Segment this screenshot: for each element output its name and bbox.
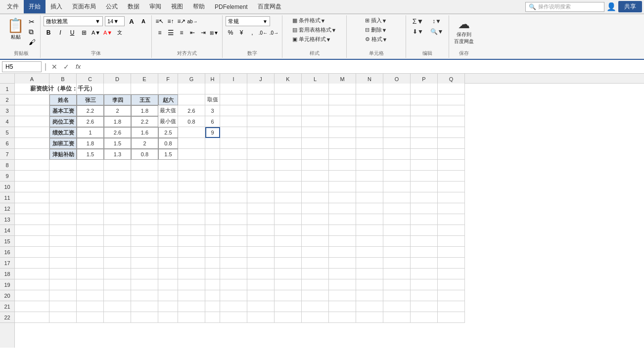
indent-left-button[interactable]: ⇤ xyxy=(187,28,197,38)
cell-H7[interactable] xyxy=(205,149,220,160)
insert-cells-button[interactable]: ⊞ 插入 ▼ xyxy=(363,16,389,25)
table-format-button[interactable]: ▤ 套用表格格式 ▼ xyxy=(290,26,339,34)
cell-H5[interactable]: 9 xyxy=(205,127,220,138)
cell-I15[interactable] xyxy=(220,236,247,247)
cell-J1[interactable] xyxy=(247,84,275,94)
col-header-I[interactable]: I xyxy=(220,74,247,85)
menu-file[interactable]: 文件 xyxy=(2,0,24,13)
cell-M14[interactable] xyxy=(329,225,356,236)
border-button[interactable]: ⊞ xyxy=(79,28,89,38)
cell-C18[interactable] xyxy=(77,269,104,279)
cell-I4[interactable] xyxy=(220,116,247,127)
align-right-button[interactable]: ≡ xyxy=(177,28,186,38)
cell-F11[interactable] xyxy=(158,192,178,203)
cell-H9[interactable] xyxy=(205,171,220,181)
cell-L21[interactable] xyxy=(302,301,329,312)
col-header-N[interactable]: N xyxy=(356,74,383,85)
cell-F7[interactable]: 1.5 xyxy=(158,149,178,160)
cell-F22[interactable] xyxy=(158,312,178,323)
confirm-formula-button[interactable]: ✓ xyxy=(61,62,71,72)
cell-M12[interactable] xyxy=(329,203,356,214)
row-header-20[interactable]: 20 xyxy=(0,290,14,301)
wrap-text-button[interactable]: ab→ xyxy=(187,16,197,26)
row-header-16[interactable]: 16 xyxy=(0,247,14,258)
cell-F19[interactable] xyxy=(158,279,178,290)
cell-B5[interactable]: 绩效工资 xyxy=(49,127,77,138)
insert-function-button[interactable]: fx xyxy=(73,62,83,72)
row-header-8[interactable]: 8 xyxy=(0,160,14,171)
cell-J21[interactable] xyxy=(247,301,275,312)
cut-button[interactable]: ✂ xyxy=(27,17,37,26)
cell-A7[interactable] xyxy=(15,149,49,160)
cell-A12[interactable] xyxy=(15,203,49,214)
cell-N14[interactable] xyxy=(356,225,383,236)
cell-F4[interactable]: 最小值 xyxy=(158,116,178,127)
cell-O12[interactable] xyxy=(383,203,411,214)
cell-A17[interactable] xyxy=(15,258,49,269)
cell-H12[interactable] xyxy=(205,203,220,214)
cell-C7[interactable]: 1.5 xyxy=(77,149,104,160)
cell-M8[interactable] xyxy=(329,160,356,171)
cell-K17[interactable] xyxy=(275,258,302,269)
cell-O13[interactable] xyxy=(383,214,411,225)
cell-P6[interactable] xyxy=(411,138,438,149)
cell-K4[interactable] xyxy=(275,116,302,127)
cell-L19[interactable] xyxy=(302,279,329,290)
cell-C6[interactable]: 1.8 xyxy=(77,138,104,149)
row-header-15[interactable]: 15 xyxy=(0,236,14,247)
cell-B1[interactable]: 薪资统计（单位：千元） xyxy=(49,84,77,94)
cell-M7[interactable] xyxy=(329,149,356,160)
cell-J15[interactable] xyxy=(247,236,275,247)
row-header-13[interactable]: 13 xyxy=(0,214,14,225)
col-header-A[interactable]: A xyxy=(15,74,49,85)
underline-button[interactable]: U xyxy=(67,28,77,38)
cell-G7[interactable] xyxy=(178,149,205,160)
thousands-button[interactable]: , xyxy=(247,28,257,38)
cell-G14[interactable] xyxy=(178,225,205,236)
cell-E8[interactable] xyxy=(131,160,158,171)
cell-O3[interactable] xyxy=(383,105,411,116)
cell-G18[interactable] xyxy=(178,269,205,279)
cell-H4[interactable]: 6 xyxy=(205,116,220,127)
cell-O18[interactable] xyxy=(383,269,411,279)
cell-M2[interactable] xyxy=(329,94,356,105)
cell-K16[interactable] xyxy=(275,247,302,258)
cell-A18[interactable] xyxy=(15,269,49,279)
cell-E21[interactable] xyxy=(131,301,158,312)
cell-L3[interactable] xyxy=(302,105,329,116)
cell-A20[interactable] xyxy=(15,290,49,301)
cell-B13[interactable] xyxy=(49,214,77,225)
increase-decimal-button[interactable]: .0→ xyxy=(269,28,279,38)
cell-K9[interactable] xyxy=(275,171,302,181)
menu-baidu[interactable]: 百度网盘 xyxy=(253,0,286,13)
share-button[interactable]: 共享 xyxy=(618,1,642,12)
cell-E11[interactable] xyxy=(131,192,158,203)
cell-P1[interactable] xyxy=(411,84,438,94)
cell-P20[interactable] xyxy=(411,290,438,301)
cell-P12[interactable] xyxy=(411,203,438,214)
cell-I1[interactable] xyxy=(220,84,247,94)
cell-N1[interactable] xyxy=(356,84,383,94)
cell-K8[interactable] xyxy=(275,160,302,171)
cell-M20[interactable] xyxy=(329,290,356,301)
cell-G21[interactable] xyxy=(178,301,205,312)
col-header-Q[interactable]: Q xyxy=(438,74,465,85)
cell-G6[interactable] xyxy=(178,138,205,149)
fill-color-button[interactable]: A▼ xyxy=(91,28,101,38)
cell-N11[interactable] xyxy=(356,192,383,203)
cell-N8[interactable] xyxy=(356,160,383,171)
cell-H17[interactable] xyxy=(205,258,220,269)
cell-N6[interactable] xyxy=(356,138,383,149)
cancel-formula-button[interactable]: ✕ xyxy=(49,62,59,72)
cell-N12[interactable] xyxy=(356,203,383,214)
cell-K22[interactable] xyxy=(275,312,302,323)
cell-F6[interactable]: 0.8 xyxy=(158,138,178,149)
cell-Q3[interactable] xyxy=(438,105,465,116)
cell-O6[interactable] xyxy=(383,138,411,149)
cell-Q19[interactable] xyxy=(438,279,465,290)
currency-button[interactable]: ¥ xyxy=(236,28,246,38)
cell-L1[interactable] xyxy=(302,84,329,94)
cell-M21[interactable] xyxy=(329,301,356,312)
percent-button[interactable]: % xyxy=(226,28,235,38)
cell-L13[interactable] xyxy=(302,214,329,225)
